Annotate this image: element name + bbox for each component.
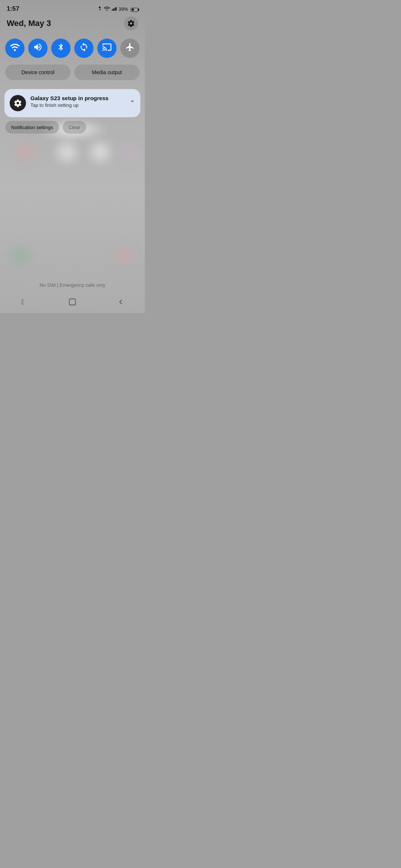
svg-rect-4 <box>69 299 76 305</box>
svg-point-0 <box>14 49 16 51</box>
control-row: Device control Media output <box>0 61 145 84</box>
blur-decoration-3 <box>52 137 82 167</box>
bluetooth-icon <box>57 42 65 54</box>
notification-app-icon <box>10 95 26 111</box>
notification-subtitle: Tap to finish setting up <box>30 102 125 108</box>
settings-button[interactable] <box>124 16 138 30</box>
notification-settings-label: Notification settings <box>11 125 53 130</box>
media-output-label: Media output <box>92 69 122 75</box>
sync-icon <box>79 42 89 54</box>
toggle-wifi[interactable] <box>5 39 25 58</box>
toggle-bluetooth[interactable] <box>51 39 71 58</box>
notification-chevron-icon: ⌄ <box>130 95 135 104</box>
status-time: 1:57 <box>7 5 19 13</box>
blur-decoration-7 <box>111 243 137 269</box>
cast-icon <box>102 42 112 54</box>
home-button[interactable] <box>61 295 84 310</box>
bluetooth-status-icon <box>97 6 102 12</box>
recent-apps-button[interactable] <box>13 295 35 310</box>
home-icon <box>68 298 76 308</box>
notification-card[interactable]: Galaxy S23 setup in progress Tap to fini… <box>4 89 140 117</box>
toggle-cast[interactable] <box>97 39 117 58</box>
back-button[interactable] <box>110 295 132 310</box>
blur-decoration-4 <box>85 137 115 167</box>
wifi-icon <box>10 43 20 53</box>
quick-toggles-row <box>0 36 145 61</box>
battery-percentage: 39% <box>118 6 128 12</box>
navigation-bar <box>0 292 145 313</box>
gear-icon <box>127 19 135 27</box>
notification-clear-button[interactable]: Clear <box>63 121 86 134</box>
notification-clear-label: Clear <box>69 125 80 130</box>
no-sim-text: No SIM | Emergency calls only <box>0 282 145 288</box>
signal-bars-icon <box>112 6 117 12</box>
toggle-airplane[interactable] <box>120 39 140 58</box>
battery-icon <box>130 6 138 12</box>
status-icons: 39% <box>97 6 138 12</box>
date-display: Wed, May 3 <box>7 19 51 28</box>
device-control-label: Device control <box>22 69 55 75</box>
media-output-button[interactable]: Media output <box>74 65 140 80</box>
date-settings-row: Wed, May 3 <box>0 15 145 36</box>
volume-icon <box>33 42 43 54</box>
blur-decoration-6 <box>7 243 33 269</box>
blur-decoration-2 <box>11 137 41 167</box>
airplane-icon <box>125 42 135 54</box>
status-bar: 1:57 <box>0 0 145 15</box>
blur-decoration-5 <box>115 137 145 167</box>
screen: 1:57 <box>0 0 145 313</box>
notification-actions: Notification settings Clear <box>0 117 145 137</box>
recent-apps-icon <box>20 298 28 308</box>
notification-settings-button[interactable]: Notification settings <box>5 121 59 134</box>
notification-title: Galaxy S23 setup in progress <box>30 95 125 101</box>
back-icon <box>117 298 124 308</box>
wifi-status-icon <box>104 6 110 12</box>
device-control-button[interactable]: Device control <box>5 65 71 80</box>
toggle-sound[interactable] <box>28 39 48 58</box>
toggle-sync[interactable] <box>74 39 94 58</box>
gear-icon <box>13 99 22 108</box>
notification-content: Galaxy S23 setup in progress Tap to fini… <box>30 95 125 108</box>
